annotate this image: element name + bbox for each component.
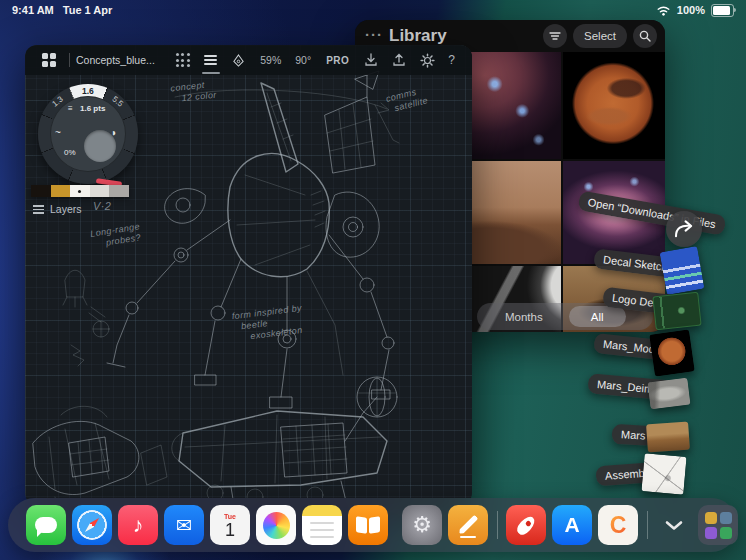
flower-icon xyxy=(263,512,290,539)
layers-label: Layers xyxy=(50,203,82,215)
swatch-white-selected[interactable] xyxy=(70,185,90,197)
stylus-tool-button[interactable] xyxy=(228,49,250,71)
layers-tool-button[interactable] xyxy=(200,49,222,71)
app-concepts[interactable] xyxy=(448,505,488,545)
pen-icon xyxy=(457,514,478,535)
stroke-size-label: 1.6 pts xyxy=(80,104,105,113)
concepts-app-window: concept 12 color comms satellite V·2 Lon… xyxy=(25,45,472,505)
export-button[interactable] xyxy=(388,49,410,71)
select-button[interactable]: Select xyxy=(573,24,627,48)
compass-icon xyxy=(77,510,107,540)
drag-thumb-mars-deimos[interactable] xyxy=(648,378,691,410)
photo-mars-hills[interactable] xyxy=(459,161,561,264)
app-c-swirl[interactable]: C xyxy=(598,505,638,545)
app-books[interactable] xyxy=(348,505,388,545)
dock: ♪ ✉ Tue 1 ⚙ A C xyxy=(8,498,738,552)
app-mail[interactable]: ✉ xyxy=(164,505,204,545)
share-forward-button[interactable] xyxy=(666,211,702,247)
clock: 9:41 AM xyxy=(12,4,54,16)
gear-icon xyxy=(420,53,435,68)
swatch-black[interactable] xyxy=(31,185,51,197)
tab-months[interactable]: Months xyxy=(505,311,543,323)
swatch-gold[interactable] xyxy=(51,185,71,197)
annotation-concept-color: concept 12 color xyxy=(170,79,217,106)
annotation-beetle: form inspired by beetle exoskeleton xyxy=(231,303,305,344)
annotation-long-range: Long-range probes? xyxy=(90,221,143,251)
dock-divider xyxy=(647,511,648,539)
speech-bubble-icon xyxy=(35,517,57,533)
drag-thumb-mars[interactable] xyxy=(646,422,690,453)
app-photos[interactable] xyxy=(256,505,296,545)
photo-horsehead-nebula[interactable] xyxy=(459,52,561,159)
dock-collapse-button[interactable] xyxy=(654,505,694,545)
appstore-a-icon: A xyxy=(564,513,579,537)
forward-arrow-icon xyxy=(672,218,696,240)
swatch-gray[interactable] xyxy=(109,185,129,197)
tool-wheel[interactable]: 1.6 1.3 5.5 ≡ 1.6 pts ~ ◑ 0% 100% xyxy=(38,84,138,184)
tool-wheel-disc[interactable]: ≡ 1.6 pts ~ ◑ 0% 100% xyxy=(50,96,126,172)
pro-badge[interactable]: PRO xyxy=(326,55,349,66)
app-settings[interactable]: ⚙ xyxy=(402,505,442,545)
filter-button[interactable] xyxy=(543,24,567,48)
layers-panel-toggle[interactable]: Layers xyxy=(33,203,82,216)
music-note-icon: ♪ xyxy=(133,513,144,537)
photo-mars-globe[interactable] xyxy=(563,52,665,159)
app-store[interactable]: A xyxy=(552,505,592,545)
toolbar-divider xyxy=(69,53,70,67)
battery-percent: 100% xyxy=(677,4,705,16)
swatch-lightgray[interactable] xyxy=(90,185,110,197)
gear-icon: ⚙ xyxy=(412,512,432,538)
concepts-toolbar: Concepts_blue... 59% 90° PRO xyxy=(25,45,472,75)
stroke-lines-icon: ≡ xyxy=(68,104,73,113)
chevron-down-icon xyxy=(665,520,683,531)
filter-lines-icon xyxy=(549,31,561,41)
app-library-button[interactable] xyxy=(698,505,738,545)
zoom-level[interactable]: 59% xyxy=(260,54,281,66)
import-icon xyxy=(364,53,378,67)
active-brush-size: 1.6 xyxy=(82,86,94,96)
window-controls-button[interactable]: ··· xyxy=(365,26,383,43)
import-button[interactable] xyxy=(360,49,382,71)
search-icon xyxy=(639,30,651,42)
ipad-screen: { "status_bar": { "time": "9:41 AM", "da… xyxy=(0,0,746,560)
color-palette xyxy=(31,185,129,197)
settings-gear-button[interactable] xyxy=(416,49,438,71)
tab-all[interactable]: All xyxy=(569,306,626,327)
opacity-min: 0% xyxy=(64,148,76,157)
annotation-comms-satellite: comms satellite xyxy=(385,84,429,115)
note-lines-icon xyxy=(310,520,334,541)
app-library-grid-icon xyxy=(705,512,732,539)
wifi-icon xyxy=(656,5,671,16)
app-messages[interactable] xyxy=(26,505,66,545)
annotation-version: V·2 xyxy=(93,201,111,212)
workspace-grid-button[interactable] xyxy=(38,49,60,71)
app-notes[interactable] xyxy=(302,505,342,545)
battery-icon xyxy=(711,4,734,17)
rocket-icon xyxy=(515,513,538,537)
canvas-rotation[interactable]: 90° xyxy=(295,54,311,66)
open-book-icon xyxy=(356,517,380,533)
app-rocket[interactable] xyxy=(506,505,546,545)
app-safari[interactable] xyxy=(72,505,112,545)
drag-thumb-assembly[interactable] xyxy=(641,453,686,495)
help-button[interactable]: ? xyxy=(448,53,455,67)
envelope-icon: ✉ xyxy=(176,514,192,537)
drag-thumb-decal-sketches[interactable] xyxy=(660,246,705,295)
smoothing-icon: ~ xyxy=(55,127,61,138)
app-music[interactable]: ♪ xyxy=(118,505,158,545)
color-preview[interactable] xyxy=(84,130,116,162)
app-calendar[interactable]: Tue 1 xyxy=(210,505,250,545)
export-icon xyxy=(392,53,406,67)
drag-thumb-mars-model[interactable] xyxy=(649,329,694,376)
document-title[interactable]: Concepts_blue... xyxy=(76,54,155,66)
layers-icon xyxy=(33,203,44,216)
drag-thumb-logo-detail[interactable] xyxy=(652,292,701,331)
precision-grid-button[interactable] xyxy=(172,49,194,71)
library-title: Library xyxy=(389,26,537,46)
date: Tue 1 Apr xyxy=(63,4,113,16)
calendar-day: 1 xyxy=(225,521,235,540)
dock-divider xyxy=(497,511,498,539)
stylus-nib-icon xyxy=(232,54,245,67)
search-button[interactable] xyxy=(633,24,657,48)
status-bar: 9:41 AM Tue 1 Apr 100% xyxy=(0,0,746,20)
